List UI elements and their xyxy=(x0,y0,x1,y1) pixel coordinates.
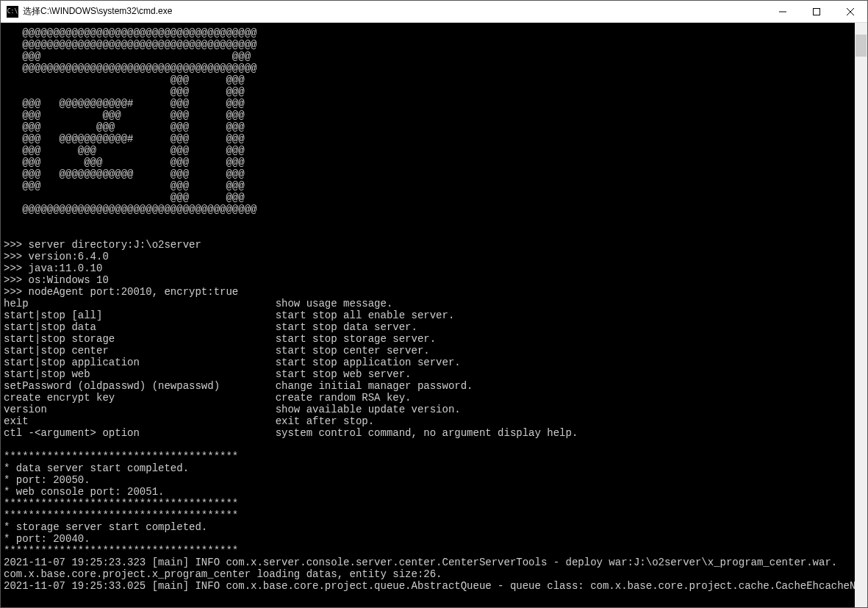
scrollbar[interactable] xyxy=(855,23,867,607)
minimize-button[interactable] xyxy=(766,1,800,23)
cmd-icon: C:\ xyxy=(7,6,18,18)
close-button[interactable] xyxy=(833,1,867,23)
window-controls xyxy=(766,1,867,23)
maximize-button[interactable] xyxy=(800,1,833,23)
minimize-icon xyxy=(779,8,786,15)
maximize-icon xyxy=(813,8,820,15)
cmd-window: C:\ 选择C:\WINDOWS\system32\cmd.exe @@@@@@… xyxy=(0,0,868,608)
terminal-output[interactable]: @@@@@@@@@@@@@@@@@@@@@@@@@@@@@@@@@@@@@@ @… xyxy=(1,23,855,607)
scrollbar-thumb[interactable] xyxy=(856,35,867,57)
terminal-wrapper: @@@@@@@@@@@@@@@@@@@@@@@@@@@@@@@@@@@@@@ @… xyxy=(1,23,867,607)
svg-rect-1 xyxy=(814,8,820,15)
window-title: 选择C:\WINDOWS\system32\cmd.exe xyxy=(23,5,766,18)
close-icon xyxy=(847,8,854,15)
titlebar[interactable]: C:\ 选择C:\WINDOWS\system32\cmd.exe xyxy=(1,1,867,23)
